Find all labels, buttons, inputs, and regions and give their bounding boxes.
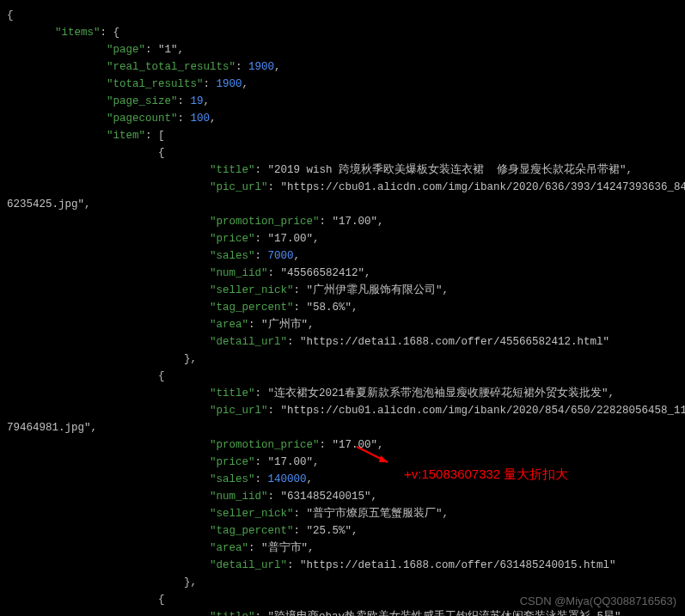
item1-tag-percent: "tag_percent": "58.6%", xyxy=(7,299,678,316)
item-array-open: "item": [ xyxy=(7,127,678,144)
item2-promotion-price: "promotion_price": "17.00", xyxy=(7,436,678,454)
item1-title: "title": "2019 wish 跨境秋季欧美爆板女装连衣裙 修身显瘦长款… xyxy=(7,162,678,179)
item2-area: "area": "普宁市", xyxy=(7,540,678,557)
item-open: { xyxy=(7,368,678,385)
json-viewer: { "items": { "page": "1", "real_total_re… xyxy=(7,7,678,616)
item1-pic-url: "pic_url": "https://cbu01.alicdn.com/img… xyxy=(7,179,678,196)
item-open: { xyxy=(7,591,678,608)
item2-seller-nick: "seller_nick": "普宁市燎原五笔蟹服装厂", xyxy=(7,505,678,522)
brace-open: { xyxy=(7,7,678,24)
item2-title: "title": "连衣裙女2021春夏新款系带泡泡袖显瘦收腰碎花短裙外贸女装批… xyxy=(7,385,678,402)
item1-pic-url-wrap: 6235425.jpg", xyxy=(7,196,678,213)
item2-sales: "sales": 140000, xyxy=(7,471,678,488)
item-close: }, xyxy=(7,574,678,591)
item2-pic-url: "pic_url": "https://cbu01.alicdn.com/img… xyxy=(7,402,678,419)
item1-promotion-price: "promotion_price": "17.00", xyxy=(7,213,678,230)
items-key: "items": { xyxy=(7,24,678,41)
pagecount-row: "pagecount": 100, xyxy=(7,110,678,127)
item2-price: "price": "17.00", xyxy=(7,454,678,471)
real-total-results-row: "real_total_results": 1900, xyxy=(7,58,678,76)
item1-sales: "sales": 7000, xyxy=(7,247,678,265)
item1-seller-nick: "seller_nick": "广州伊霏凡服饰有限公司", xyxy=(7,282,678,299)
item1-num-iid: "num_iid": "45566582412", xyxy=(7,265,678,282)
item1-detail-url: "detail_url": "https://detail.1688.com/o… xyxy=(7,333,678,351)
item2-detail-url: "detail_url": "https://detail.1688.com/o… xyxy=(7,557,678,574)
item2-num-iid: "num_iid": "631485240015", xyxy=(7,488,678,505)
item3-title: "title": "跨境电商ebay热卖欧美女装性感手工钩织流苏休闲套装泳装罩衫… xyxy=(7,608,678,616)
item1-area: "area": "广州市", xyxy=(7,316,678,333)
item-open: { xyxy=(7,144,678,162)
item-close: }, xyxy=(7,351,678,368)
page-row: "page": "1", xyxy=(7,41,678,58)
total-results-row: "total_results": 1900, xyxy=(7,76,678,93)
item1-price: "price": "17.00", xyxy=(7,230,678,247)
item2-pic-url-wrap: 79464981.jpg", xyxy=(7,419,678,436)
item2-tag-percent: "tag_percent": "25.5%", xyxy=(7,522,678,540)
page-size-row: "page_size": 19, xyxy=(7,93,678,110)
